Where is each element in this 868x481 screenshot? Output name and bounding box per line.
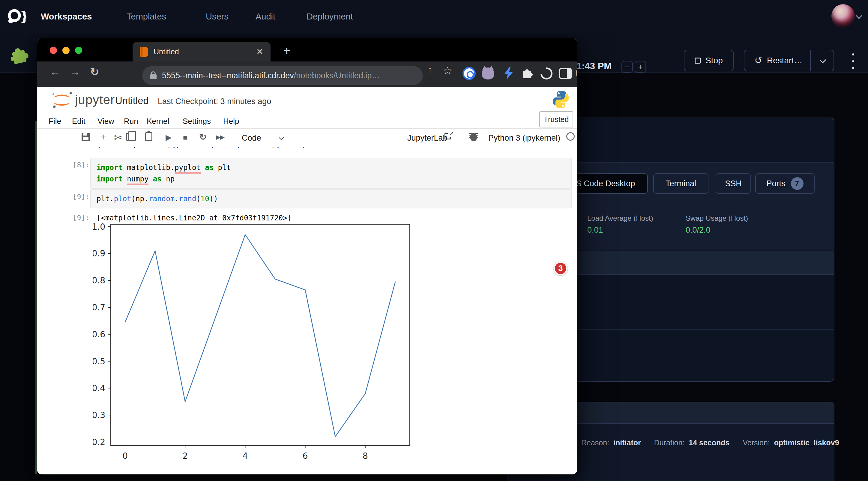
- external-link-icon[interactable]: [444, 133, 451, 139]
- reload-button[interactable]: ↻: [90, 66, 99, 78]
- nav-item-users[interactable]: Users: [206, 0, 228, 33]
- tab-ports[interactable]: Ports 7: [755, 173, 815, 194]
- nav-item-workspaces[interactable]: Workspaces: [41, 0, 92, 33]
- nav-item-audit[interactable]: Audit: [255, 0, 275, 33]
- version-value: optimistic_liskov9: [774, 439, 839, 447]
- browser-titlebar[interactable]: Untitled ✕ +: [37, 38, 577, 62]
- code-cell-9[interactable]: plt.plot(np.random.rand(10)): [90, 189, 572, 209]
- menu-file[interactable]: File: [49, 117, 61, 126]
- load-average-label: Load Average (Host): [587, 214, 653, 223]
- notification-badge[interactable]: 3: [554, 261, 567, 275]
- coder-logo-icon[interactable]: }: [5, 7, 26, 26]
- menu-settings[interactable]: Settings: [183, 117, 211, 126]
- svg-text:0.4: 0.4: [93, 383, 105, 393]
- svg-text:}: }: [20, 9, 26, 24]
- bookmark-star-icon[interactable]: ☆: [443, 64, 452, 77]
- top-nav: } Workspaces Templates Users Audit Deplo…: [0, 0, 868, 33]
- cell-prompt: [8]:: [65, 161, 89, 169]
- chevron-down-icon[interactable]: [819, 57, 826, 64]
- lock-icon: [150, 74, 157, 79]
- forward-button[interactable]: →: [70, 66, 81, 78]
- nav-item-deployment[interactable]: Deployment: [307, 0, 353, 33]
- save-icon[interactable]: [82, 133, 90, 141]
- restart-label: Restart…: [767, 56, 802, 65]
- address-bar[interactable]: 5555--main--test--matifali.atif.cdr.dev/…: [142, 66, 423, 85]
- jupyter-menubar: [37, 114, 577, 129]
- paste-icon[interactable]: [145, 132, 152, 141]
- reason-label: Reason:: [581, 439, 609, 447]
- stop-icon: [695, 58, 701, 64]
- svg-text:2: 2: [182, 451, 188, 461]
- duration-label: Duration:: [654, 439, 684, 447]
- split-separator: [810, 51, 811, 71]
- menu-view[interactable]: View: [97, 117, 114, 126]
- github-extension-icon[interactable]: [482, 67, 494, 79]
- svg-text:0.6: 0.6: [93, 329, 105, 340]
- onepassword-extension-icon[interactable]: [463, 67, 476, 80]
- restart-kernel-icon[interactable]: ↻: [199, 132, 207, 142]
- jupyter-header: jupyter Untitled Last Checkpoint: 3 minu…: [37, 87, 577, 114]
- zoom-in-button[interactable]: +: [634, 61, 646, 73]
- cell-prompt: [9]:: [65, 193, 89, 201]
- chevron-down-icon[interactable]: [857, 13, 861, 19]
- close-window-button[interactable]: [50, 47, 57, 54]
- screen: } Workspaces Templates Users Audit Deplo…: [0, 0, 868, 481]
- workspace-template-icon: [8, 44, 31, 66]
- menu-help[interactable]: Help: [223, 117, 239, 126]
- lightning-extension-icon[interactable]: [503, 66, 515, 81]
- menu-edit[interactable]: Edit: [72, 117, 86, 126]
- restart-icon: ↺: [755, 56, 762, 65]
- checkpoint-status: Last Checkpoint: 3 minutes ago: [158, 97, 271, 106]
- tab-terminal[interactable]: Terminal: [653, 173, 708, 194]
- svg-text:0.3: 0.3: [93, 410, 105, 420]
- code-cell-8[interactable]: import matplotlib.pyplot as pltimport nu…: [90, 158, 572, 189]
- output-prompt: [9]:: [65, 214, 89, 222]
- notebook-title[interactable]: Untitled: [115, 95, 149, 106]
- tab-label: SSH: [725, 179, 742, 188]
- browser-tab[interactable]: Untitled ✕: [132, 42, 271, 62]
- maximize-window-button[interactable]: [75, 47, 82, 54]
- extensions-puzzle-icon[interactable]: [521, 67, 534, 81]
- kernel-name[interactable]: Python 3 (ipykernel): [488, 133, 560, 143]
- menu-run[interactable]: Run: [124, 117, 138, 126]
- menu-kernel[interactable]: Kernel: [147, 117, 169, 126]
- svg-text:8: 8: [363, 451, 368, 461]
- clipped-code-line: import matplotlib.pyplot as plt import n…: [90, 147, 480, 152]
- tab-label: VS Code Desktop: [571, 179, 635, 188]
- trusted-button[interactable]: Trusted: [539, 111, 573, 127]
- jupyter-wordmark: jupyter: [75, 93, 115, 107]
- minimize-window-button[interactable]: [62, 47, 70, 54]
- tab-label: Terminal: [665, 179, 696, 188]
- add-cell-icon[interactable]: +: [100, 131, 106, 143]
- restart-button[interactable]: ↺ Restart…: [744, 50, 834, 71]
- share-icon[interactable]: ↑: [428, 64, 433, 75]
- cut-icon[interactable]: ✂: [114, 132, 123, 143]
- jupyterlab-link[interactable]: JupyterLab: [407, 133, 447, 143]
- run-all-icon[interactable]: ▶▶: [216, 133, 224, 141]
- copy-icon[interactable]: [126, 133, 132, 141]
- python-logo-icon: [553, 90, 569, 111]
- tab-ssh[interactable]: SSH: [716, 173, 751, 194]
- ports-count-badge: 7: [791, 177, 804, 190]
- more-options-button[interactable]: [847, 53, 859, 69]
- zoom-out-button[interactable]: −: [621, 61, 633, 73]
- stop-button[interactable]: Stop: [684, 50, 734, 71]
- interrupt-kernel-icon[interactable]: ■: [183, 133, 188, 142]
- run-cell-icon[interactable]: ▶: [165, 133, 172, 142]
- output-repr: [<matplotlib.lines.Line2D at 0x7fd03f191…: [97, 214, 291, 222]
- plot: 0.20.30.40.50.60.70.80.91.002468: [93, 222, 465, 474]
- new-tab-button[interactable]: +: [283, 45, 291, 57]
- user-avatar[interactable]: [831, 4, 855, 28]
- load-average-value: 0.01: [587, 225, 603, 235]
- browser-window: Untitled ✕ + ← → ↻ 5555--main--test--mat…: [37, 38, 577, 474]
- close-tab-icon[interactable]: ✕: [256, 47, 264, 57]
- svg-text:4: 4: [243, 451, 248, 461]
- svg-text:0.8: 0.8: [93, 276, 105, 286]
- side-panel-icon[interactable]: [559, 68, 572, 79]
- back-button[interactable]: ←: [50, 66, 61, 78]
- clock: 1:43 PM: [577, 61, 612, 72]
- cell-type-select[interactable]: Code: [242, 133, 261, 143]
- nav-item-templates[interactable]: Templates: [127, 0, 166, 33]
- debugger-bug-icon[interactable]: [470, 133, 477, 141]
- svg-text:1.0: 1.0: [93, 222, 105, 232]
